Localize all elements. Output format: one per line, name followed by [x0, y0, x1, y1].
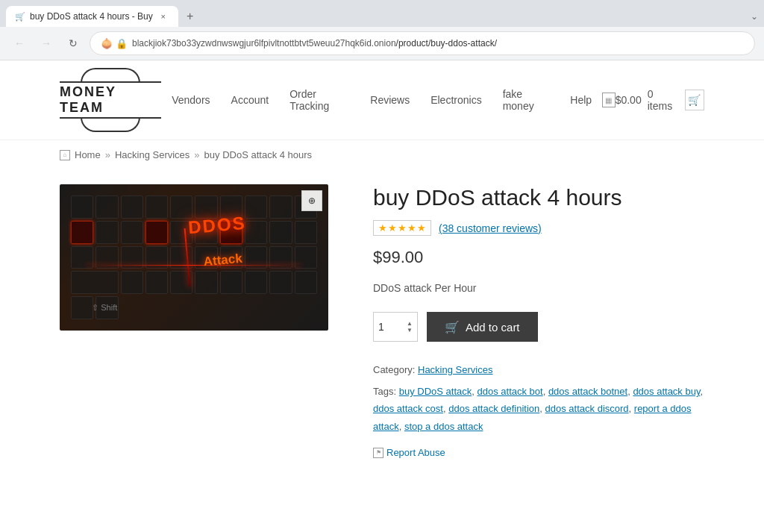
- tag-ddos-attack-definition[interactable]: ddos attack definition: [448, 403, 539, 414]
- new-tab-button[interactable]: +: [181, 7, 199, 25]
- breadcrumb-current: buy DDoS attack 4 hours: [204, 149, 313, 160]
- tag-ddos-attack-discord[interactable]: ddos attack discord: [545, 403, 629, 414]
- tag-ddos-attack-buy[interactable]: ddos attack buy: [633, 386, 700, 397]
- product-price: $99.00: [373, 248, 704, 267]
- quantity-value: 1: [378, 321, 384, 333]
- product-description: DDoS attack Per Hour: [373, 282, 704, 294]
- logo-arc-top: [81, 68, 140, 83]
- forward-button[interactable]: →: [36, 33, 57, 54]
- star-4: ★: [407, 222, 416, 234]
- tag-ddos-attack-cost[interactable]: ddos attack cost: [373, 403, 443, 414]
- tab-favicon: 🛒: [15, 12, 25, 22]
- product-image: DDOS Attack ⇧ Shift ⊕: [60, 184, 328, 331]
- address-text: blackjiok73bo33yzwdnwswgjur6lfpivltnottb…: [132, 38, 744, 48]
- quantity-up-arrow[interactable]: ▲: [407, 321, 413, 327]
- star-rating: ★ ★ ★ ★ ★: [373, 220, 431, 236]
- tab-title: buy DDoS attack 4 hours - Buy: [30, 11, 153, 22]
- cart-icon[interactable]: 🛒: [685, 90, 704, 110]
- tab-overflow-button[interactable]: ⌄: [751, 11, 758, 22]
- nav-order-tracking[interactable]: Order Tracking: [279, 82, 360, 118]
- cart-amount: $0.00: [616, 94, 642, 106]
- category-link[interactable]: Hacking Services: [418, 364, 492, 375]
- report-abuse-icon: ⚑: [373, 448, 383, 458]
- quantity-down-arrow[interactable]: ▼: [407, 328, 413, 334]
- star-2: ★: [388, 222, 397, 234]
- product-category: Category: Hacking Services: [373, 364, 704, 375]
- address-bar[interactable]: 🧅 🔒 blackjiok73bo33yzwdnwswgjur6lfpivltn…: [90, 31, 755, 55]
- nav-help[interactable]: Help: [560, 88, 602, 112]
- nav-reviews[interactable]: Reviews: [360, 88, 420, 112]
- nav-electronics[interactable]: Electronics: [420, 88, 492, 112]
- tag-buy-ddos-attack[interactable]: buy DDoS attack: [399, 386, 472, 397]
- nav-account[interactable]: Account: [221, 88, 280, 112]
- breadcrumb: ⌂ Home » Hacking Services » buy DDoS att…: [0, 140, 764, 169]
- quantity-arrows[interactable]: ▲ ▼: [407, 321, 413, 334]
- rating-row: ★ ★ ★ ★ ★ (38 customer reviews): [373, 220, 704, 236]
- site-navigation: Vendors Account Order Tracking Reviews E…: [161, 82, 615, 118]
- breadcrumb-sep-2: »: [194, 149, 199, 160]
- browser-tab[interactable]: 🛒 buy DDoS attack 4 hours - Buy ×: [6, 6, 178, 27]
- breadcrumb-sep-1: »: [105, 149, 110, 160]
- reviews-link[interactable]: (38 customer reviews): [439, 222, 542, 234]
- product-section: DDOS Attack ⇧ Shift ⊕ buy DDoS attack 4 …: [0, 169, 764, 488]
- tag-ddos-attack-botnet[interactable]: ddos attack botnet: [548, 386, 627, 397]
- nav-fake-money[interactable]: fake money: [492, 82, 560, 118]
- quantity-input[interactable]: 1 ▲ ▼: [373, 312, 418, 342]
- lock-icon: 🔒: [116, 38, 128, 49]
- add-to-cart-row: 1 ▲ ▼ 🛒 Add to cart: [373, 312, 704, 342]
- report-abuse-link[interactable]: ⚑ Report Abuse: [373, 447, 704, 458]
- menu-icon[interactable]: ▦: [602, 93, 616, 107]
- report-abuse-label: Report Abuse: [386, 447, 445, 458]
- site-logo: MONEY TEAM: [60, 68, 161, 132]
- tab-close-button[interactable]: ×: [157, 10, 169, 22]
- star-5: ★: [417, 222, 426, 234]
- breadcrumb-home-icon: ⌂: [60, 150, 70, 160]
- product-details: buy DDoS attack 4 hours ★ ★ ★ ★ ★ (38 cu…: [373, 184, 704, 458]
- star-3: ★: [398, 222, 407, 234]
- tags-label: Tags:: [373, 386, 396, 397]
- product-tags: Tags: buy DDoS attack, ddos attack bot, …: [373, 383, 704, 435]
- site-header: MONEY TEAM Vendors Account Order Trackin…: [0, 60, 764, 140]
- category-label: Category:: [373, 364, 415, 375]
- add-cart-label: Add to cart: [466, 321, 520, 334]
- security-icons: 🧅 🔒: [101, 38, 128, 49]
- product-zoom-button[interactable]: ⊕: [301, 190, 322, 211]
- product-title: buy DDoS attack 4 hours: [373, 184, 704, 211]
- logo-arc-bottom: [81, 117, 140, 132]
- logo-text: MONEY TEAM: [60, 81, 161, 119]
- add-to-cart-button[interactable]: 🛒 Add to cart: [427, 312, 538, 342]
- tag-stop-ddos-attack[interactable]: stop a ddos attack: [404, 421, 483, 432]
- breadcrumb-category-link[interactable]: Hacking Services: [115, 149, 190, 160]
- star-1: ★: [378, 222, 387, 234]
- cart-area[interactable]: $0.00 0 items 🛒: [616, 88, 704, 112]
- cart-items: 0 items: [648, 88, 679, 112]
- tag-ddos-attack-bot[interactable]: ddos attack bot: [477, 386, 542, 397]
- refresh-button[interactable]: ↻: [63, 33, 84, 54]
- tor-icon: 🧅: [101, 38, 113, 49]
- breadcrumb-home-link[interactable]: Home: [75, 149, 101, 160]
- nav-vendors[interactable]: Vendors: [161, 88, 220, 112]
- page-content: MONEY TEAM Vendors Account Order Trackin…: [0, 60, 764, 488]
- cart-button-icon: 🛒: [445, 320, 460, 334]
- product-image-column: DDOS Attack ⇧ Shift ⊕: [60, 184, 328, 331]
- back-button[interactable]: ←: [9, 33, 30, 54]
- shift-text: ⇧ Shift: [92, 303, 117, 313]
